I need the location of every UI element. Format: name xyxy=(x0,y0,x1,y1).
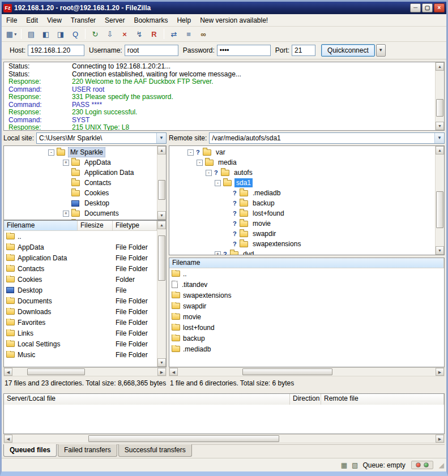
column-header-filename[interactable]: Filename xyxy=(4,221,78,230)
tab-successful-transfers[interactable]: Successful transfers xyxy=(118,444,192,457)
scroll-up-button[interactable]: ▲ xyxy=(157,146,166,155)
queue-hscrollbar[interactable]: ◀ ▶ xyxy=(3,434,445,443)
scrollbar-track[interactable] xyxy=(12,435,436,443)
minimize-button[interactable]: ─ xyxy=(410,3,421,12)
tree-item[interactable]: Mr Sparkle xyxy=(4,147,157,157)
scroll-up-button[interactable]: ▲ xyxy=(436,146,444,155)
file-row[interactable]: swapdir xyxy=(169,301,444,311)
tree-item[interactable]: swapextensions xyxy=(169,239,435,249)
menu-help[interactable]: Help xyxy=(172,15,195,26)
file-row[interactable]: lost+found xyxy=(169,322,444,333)
scrollbar-track[interactable] xyxy=(157,155,166,211)
directory-comparison-button[interactable]: ⇄ xyxy=(167,28,181,40)
file-row[interactable]: movie xyxy=(169,311,444,322)
local-list-hscrollbar[interactable]: ◀ ▶ xyxy=(3,367,167,376)
file-row[interactable]: DesktopFile xyxy=(4,285,157,295)
scrollbar-thumb[interactable] xyxy=(158,235,165,281)
expander-icon[interactable] xyxy=(197,160,203,166)
reconnect-button[interactable]: R xyxy=(147,28,161,40)
expander-icon[interactable] xyxy=(215,180,221,186)
process-queue-button[interactable]: ⇩ xyxy=(103,28,117,40)
tree-item[interactable]: var xyxy=(169,147,435,157)
scrollbar-track[interactable] xyxy=(12,368,157,376)
scroll-up-button[interactable]: ▲ xyxy=(436,62,444,71)
menu-server[interactable]: Server xyxy=(100,15,129,26)
chevron-down-icon[interactable]: ▼ xyxy=(434,133,444,143)
host-input[interactable] xyxy=(28,45,84,56)
column-header-direction[interactable]: Direction xyxy=(290,394,321,405)
scrollbar-track[interactable] xyxy=(436,71,444,122)
file-row[interactable]: LinksFile Folder xyxy=(4,328,157,338)
tree-item[interactable]: .mediadb xyxy=(169,188,435,198)
file-row[interactable]: MusicFile Folder xyxy=(4,349,157,360)
quickconnect-dropdown-icon[interactable]: ▼ xyxy=(376,44,386,57)
menu-edit[interactable]: Edit xyxy=(22,15,42,26)
cancel-button[interactable]: × xyxy=(118,28,131,40)
scroll-left-button[interactable]: ◀ xyxy=(4,435,12,443)
scrollbar-thumb[interactable] xyxy=(27,368,85,375)
scroll-right-button[interactable]: ▶ xyxy=(436,435,444,443)
queue-body[interactable] xyxy=(3,405,445,434)
file-row[interactable]: .. xyxy=(169,268,444,279)
scroll-down-button[interactable]: ▼ xyxy=(436,246,444,255)
file-row[interactable]: Local SettingsFile Folder xyxy=(4,338,157,349)
find-files-button[interactable]: ∞ xyxy=(197,28,210,40)
local-list-scrollbar[interactable]: ▲ ▼ xyxy=(157,221,166,367)
file-row[interactable]: Application DataFile Folder xyxy=(4,252,157,263)
scroll-left-button[interactable]: ◀ xyxy=(4,368,12,376)
scroll-up-button[interactable]: ▲ xyxy=(157,221,166,229)
site-manager-button[interactable]: ▦ ▾ xyxy=(5,28,18,40)
column-header-local-file[interactable]: Server/Local file xyxy=(4,394,290,405)
scroll-down-button[interactable]: ▼ xyxy=(436,122,444,130)
tab-failed-transfers[interactable]: Failed transfers xyxy=(58,444,117,457)
scroll-right-button[interactable]: ▶ xyxy=(436,368,444,376)
tree-item[interactable]: swapdir xyxy=(169,229,435,239)
tree-item[interactable]: autofs xyxy=(169,168,435,178)
scroll-right-button[interactable]: ▶ xyxy=(157,368,166,376)
scrollbar-thumb[interactable] xyxy=(242,368,332,375)
file-row[interactable]: DocumentsFile Folder xyxy=(4,295,157,306)
password-input[interactable] xyxy=(217,45,271,56)
tree-item[interactable]: dvd xyxy=(169,249,435,255)
quickconnect-button[interactable]: Quickconnect xyxy=(321,44,375,57)
column-header-filesize[interactable]: Filesize xyxy=(78,221,113,230)
port-input[interactable] xyxy=(292,45,315,56)
remote-tree-scrollbar[interactable]: ▲ ▼ xyxy=(435,146,444,255)
tree-item[interactable]: Contacts xyxy=(4,178,157,188)
tree-item[interactable]: backup xyxy=(169,198,435,208)
scrollbar-track[interactable] xyxy=(436,155,444,246)
file-row[interactable]: FavoritesFile Folder xyxy=(4,317,157,328)
file-row[interactable]: ContactsFile Folder xyxy=(4,263,157,274)
expander-icon[interactable] xyxy=(63,160,69,166)
tree-item[interactable]: Cookies xyxy=(4,188,157,198)
toggle-queue-button[interactable]: Q xyxy=(69,28,82,40)
scroll-down-button[interactable]: ▼ xyxy=(157,211,166,220)
file-row[interactable]: AppDataFile Folder xyxy=(4,242,157,252)
expander-icon[interactable] xyxy=(63,211,69,217)
menu-transfer[interactable]: Transfer xyxy=(66,15,100,26)
tree-item[interactable]: media xyxy=(169,157,435,168)
remote-path-combo[interactable]: /var/media/autofs/sda1 ▼ xyxy=(209,132,445,144)
file-row[interactable]: swapextensions xyxy=(169,290,444,301)
toggle-remote-tree-button[interactable]: ◨ xyxy=(54,28,67,40)
disconnect-button[interactable]: ↯ xyxy=(133,28,146,40)
tab-queued-files[interactable]: Queued files xyxy=(3,444,57,457)
file-row[interactable]: CookiesFolder xyxy=(4,274,157,285)
column-header-filetype[interactable]: Filetype xyxy=(113,221,157,230)
tree-item[interactable]: AppData xyxy=(4,157,157,168)
toggle-message-log-button[interactable]: ▤ xyxy=(24,28,38,40)
scroll-down-button[interactable]: ▼ xyxy=(157,358,166,367)
menu-view[interactable]: View xyxy=(42,15,66,26)
scrollbar-thumb[interactable] xyxy=(88,435,279,442)
local-tree-scrollbar[interactable]: ▲ ▼ xyxy=(157,146,166,220)
column-header-remote-file[interactable]: Remote file xyxy=(321,394,444,405)
menu-file[interactable]: File xyxy=(2,15,22,26)
scrollbar-track[interactable] xyxy=(178,368,436,376)
filter-button[interactable]: ≡ xyxy=(182,28,195,40)
remote-list-hscrollbar[interactable]: ◀ ▶ xyxy=(169,367,445,376)
scroll-left-button[interactable]: ◀ xyxy=(169,368,178,376)
expander-icon[interactable] xyxy=(215,251,221,255)
scrollbar-thumb[interactable] xyxy=(436,191,443,228)
resize-grip-icon[interactable]: ◢ xyxy=(439,461,444,469)
menu-new-version[interactable]: New version available! xyxy=(195,15,272,26)
